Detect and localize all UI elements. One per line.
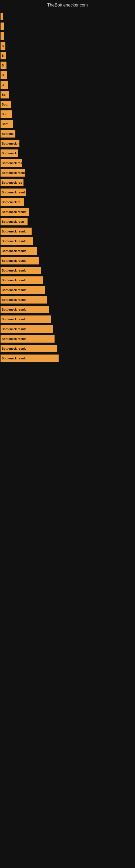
bar-label-12: Bottlene	[2, 132, 13, 135]
bar-label-32: Bottleneck result	[2, 328, 26, 331]
bar-row-29: Bottleneck result	[0, 295, 135, 305]
bar-12: Bottlene	[1, 130, 15, 137]
bar-23: Bottleneck result	[1, 237, 33, 245]
bar-label-6: B	[2, 73, 4, 77]
bar-24: Bottleneck result	[1, 247, 37, 255]
bar-26: Bottleneck result	[1, 267, 41, 274]
bar-7: B	[1, 81, 8, 89]
bar-row-32: Bottleneck result	[0, 324, 135, 334]
bar-label-9: Bott	[2, 103, 8, 106]
bar-row-20: Bottleneck result	[0, 207, 135, 217]
bar-label-35: Bottleneck result	[2, 357, 26, 360]
site-title: TheBottlenecker.com	[0, 0, 135, 12]
bar-label-31: Bottleneck result	[2, 318, 26, 321]
bar-30: Bottleneck result	[1, 306, 49, 313]
bar-label-23: Bottleneck result	[2, 240, 26, 243]
bar-row-6: B	[0, 70, 135, 80]
bar-label-26: Bottleneck result	[2, 269, 26, 272]
bar-label-29: Bottleneck result	[2, 298, 26, 301]
bar-row-33: Bottleneck result	[0, 334, 135, 344]
bar-4: B	[1, 52, 6, 59]
bar-31: Bottleneck result	[1, 315, 51, 323]
bar-label-14: Bottleneck	[2, 152, 17, 155]
bar-label-15: Bottleneck resu	[2, 161, 22, 165]
bar-17: Bottleneck res	[1, 179, 24, 186]
bar-row-12: Bottlene	[0, 129, 135, 138]
bar-label-24: Bottleneck result	[2, 249, 26, 252]
bar-34: Bottleneck result	[1, 345, 57, 352]
bar-29: Bottleneck result	[1, 296, 47, 304]
bar-row-25: Bottleneck result	[0, 256, 135, 266]
bar-32: Bottleneck result	[1, 325, 53, 333]
bar-label-13: Bottleneck re	[2, 142, 19, 145]
bar-label-11: Bott	[2, 122, 8, 126]
bar-row-9: Bott	[0, 99, 135, 109]
bar-label-25: Bottleneck result	[2, 259, 26, 262]
bar-row-4: B	[0, 51, 135, 61]
bar-row-27: Bottleneck result	[0, 275, 135, 285]
bar-row-24: Bottleneck result	[0, 246, 135, 256]
bar-9: Bott	[1, 101, 11, 108]
bar-1	[1, 23, 4, 30]
bar-20: Bottleneck result	[1, 208, 29, 216]
bar-label-3: B	[2, 44, 4, 48]
bar-row-14: Bottleneck	[0, 148, 135, 158]
bar-label-5: B	[2, 64, 4, 67]
bar-33: Bottleneck result	[1, 335, 54, 343]
bar-label-21: Bottleneck resu	[2, 220, 24, 223]
bar-row-21: Bottleneck resu	[0, 217, 135, 226]
bar-row-35: Bottleneck result	[0, 353, 135, 363]
bar-27: Bottleneck result	[1, 276, 43, 284]
bar-35: Bottleneck result	[1, 354, 58, 362]
bar-11: Bott	[1, 120, 13, 128]
bar-row-1	[0, 22, 135, 31]
bar-row-18: Bottleneck result	[0, 187, 135, 197]
bar-label-17: Bottleneck res	[2, 181, 22, 184]
bar-label-19: Bottleneck re	[2, 200, 20, 204]
bar-25: Bottleneck result	[1, 257, 39, 265]
bar-row-34: Bottleneck result	[0, 344, 135, 353]
bar-label-22: Bottleneck result	[2, 230, 26, 233]
bar-10: Bot	[1, 111, 12, 118]
bar-15: Bottleneck resu	[1, 159, 22, 167]
bar-row-26: Bottleneck result	[0, 266, 135, 275]
bar-label-33: Bottleneck result	[2, 337, 26, 340]
bar-18: Bottleneck result	[1, 188, 26, 196]
bar-row-8: Bo	[0, 90, 135, 99]
bar-label-30: Bottleneck result	[2, 308, 26, 311]
bar-row-30: Bottleneck result	[0, 305, 135, 314]
bar-2	[1, 32, 4, 40]
bar-label-20: Bottleneck result	[2, 210, 26, 214]
bar-row-31: Bottleneck result	[0, 314, 135, 324]
bar-row-23: Bottleneck result	[0, 236, 135, 246]
bar-label-34: Bottleneck result	[2, 347, 26, 350]
bar-row-3: B	[0, 41, 135, 51]
bar-row-0	[0, 12, 135, 22]
bar-label-4: B	[2, 54, 4, 57]
bar-0	[1, 13, 3, 20]
bar-row-7: B	[0, 80, 135, 90]
bar-22: Bottleneck result	[1, 227, 32, 235]
bar-16: Bottleneck result	[1, 169, 25, 177]
bar-label-27: Bottleneck result	[2, 279, 26, 282]
bar-label-16: Bottleneck result	[2, 171, 25, 175]
bar-3: B	[1, 42, 5, 50]
bar-label-18: Bottleneck result	[2, 191, 26, 194]
bar-row-22: Bottleneck result	[0, 226, 135, 236]
bar-6: B	[1, 71, 7, 79]
bar-label-10: Bot	[2, 113, 6, 116]
bar-19: Bottleneck re	[1, 198, 24, 206]
bar-row-19: Bottleneck re	[0, 197, 135, 207]
bar-row-5: B	[0, 61, 135, 70]
bar-label-28: Bottleneck result	[2, 288, 26, 291]
bar-row-11: Bott	[0, 119, 135, 129]
bar-row-10: Bot	[0, 109, 135, 119]
bar-21: Bottleneck resu	[1, 218, 28, 225]
bar-row-28: Bottleneck result	[0, 285, 135, 295]
bar-8: Bo	[1, 91, 9, 98]
bar-13: Bottleneck re	[1, 140, 19, 147]
bar-14: Bottleneck	[1, 150, 18, 157]
bars-container: BBBBBBoBottBotBottBottleneBottleneck reB…	[0, 12, 135, 363]
bar-row-15: Bottleneck resu	[0, 158, 135, 168]
bar-28: Bottleneck result	[1, 286, 45, 294]
